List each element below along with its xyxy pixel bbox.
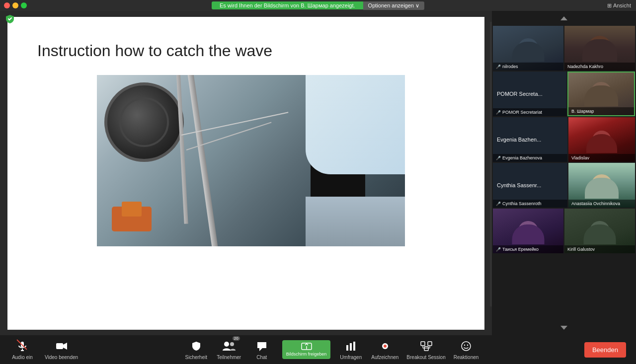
participant-tile-anastasia[interactable]: Anastasiia Ovchinnikova xyxy=(568,163,635,208)
mic-muted-icon: 🎤 xyxy=(496,65,501,69)
reactions-button[interactable]: Reaktionen xyxy=(454,339,479,360)
chat-button[interactable]: Chat xyxy=(249,339,274,360)
mic-muted-icon: 🎤 xyxy=(496,110,501,115)
svg-rect-17 xyxy=(428,342,432,346)
polls-icon xyxy=(344,339,358,353)
participants-button[interactable]: 20 Teilnehmer xyxy=(217,339,241,360)
slide-container: Instruction how to catch the wave xyxy=(7,17,484,330)
participant-tile-vladislav[interactable]: Vladislav xyxy=(568,117,635,162)
toolbar: Audio ein Video beenden Sicherheit xyxy=(0,335,636,364)
participants-label: Teilnehmer xyxy=(217,355,241,360)
close-button[interactable] xyxy=(4,2,10,8)
mic-muted-icon: 🎤 xyxy=(496,156,501,160)
svg-rect-13 xyxy=(353,342,355,351)
microphone-icon xyxy=(15,339,29,353)
slide-title: Instruction how to catch the wave xyxy=(37,42,455,60)
name-text: Kirill Galustov xyxy=(567,247,595,252)
svg-rect-11 xyxy=(346,345,348,351)
video-label: Video beenden xyxy=(45,355,78,360)
svg-point-15 xyxy=(384,345,387,348)
svg-rect-16 xyxy=(421,342,425,346)
participant-name-pomor: 🎤 POMOR Secretariat xyxy=(493,108,566,116)
audio-label: Audio ein xyxy=(12,355,33,360)
participant-tile-cynthia[interactable]: Cynthia Sassenr... 🎤 Cynthia Sassenroth xyxy=(493,163,567,208)
scroll-up-button[interactable] xyxy=(492,11,636,26)
participant-tile-evgenia[interactable]: Evgenia Bazhen... 🎤 Evgenia Bazhenova xyxy=(493,117,567,162)
camera-icon xyxy=(55,339,69,353)
share-label: Bildschirm freigeben xyxy=(286,352,327,357)
svg-rect-12 xyxy=(350,343,352,351)
svg-point-23 xyxy=(462,342,471,351)
end-meeting-button[interactable]: Beenden xyxy=(584,342,626,358)
toolbar-left: Audio ein Video beenden xyxy=(10,339,78,360)
toolbar-right: Beenden xyxy=(584,342,626,358)
participant-grid: 🎤 nilrodes Nadezhda Kakhro POMOR Secret xyxy=(492,26,636,320)
mic-muted-icon: 🎤 xyxy=(496,202,501,206)
participant-tile-nadezhda[interactable]: Nadezhda Kakhro xyxy=(564,26,635,71)
name-text: Anastasiia Ovchinnikova xyxy=(571,201,620,206)
participant-row-2: POMOR Secreta... 🎤 POMOR Secretariat В. … xyxy=(493,72,635,116)
participant-name-cynthia: 🎤 Cynthia Sassenroth xyxy=(493,200,567,208)
participants-icon: 20 xyxy=(222,339,236,353)
security-button[interactable]: Sicherheit xyxy=(184,339,209,360)
polls-button[interactable]: Umfragen xyxy=(338,339,363,360)
participant-tile-sharma[interactable]: В. Шармар xyxy=(567,72,635,116)
share-screen-button[interactable]: Bildschirm freigeben xyxy=(282,340,331,359)
name-text: nilrodes xyxy=(502,64,518,69)
participant-row-5: 🎤 Таисья Еремейко Kirill Galustov xyxy=(493,209,635,253)
svg-rect-5 xyxy=(56,343,63,349)
breakout-icon xyxy=(419,339,433,353)
mic-muted-icon: 🎤 xyxy=(496,247,501,252)
maximize-button[interactable] xyxy=(21,2,27,8)
participant-sidebar: 🎤 nilrodes Nadezhda Kakhro POMOR Secret xyxy=(492,11,636,335)
svg-point-7 xyxy=(224,342,229,347)
participant-name-sharma: В. Шармар xyxy=(568,107,634,115)
security-label: Sicherheit xyxy=(185,355,207,360)
main-layout: Instruction how to catch the wave xyxy=(0,11,636,335)
name-text: POMOR Secretariat xyxy=(502,110,542,115)
participant-row-1: 🎤 nilrodes Nadezhda Kakhro xyxy=(493,26,635,71)
svg-point-24 xyxy=(464,345,465,346)
toolbar-center: Sicherheit 20 Teilnehmer Chat xyxy=(184,339,479,360)
svg-point-8 xyxy=(230,342,234,346)
record-button[interactable]: Aufzeichnen xyxy=(371,339,398,360)
shield-icon xyxy=(5,14,15,24)
participant-name-evgenia: 🎤 Evgenia Bazhenova xyxy=(493,154,567,162)
svg-point-25 xyxy=(467,345,468,346)
name-text: Vladislav xyxy=(571,155,589,160)
participant-name-nadezhda: Nadezhda Kakhro xyxy=(564,63,635,71)
participant-name-anastasia: Anastasiia Ovchinnikova xyxy=(568,200,635,208)
security-indicator xyxy=(5,14,15,26)
options-button[interactable]: Optionen anzeigen ∨ xyxy=(363,1,424,10)
chat-label: Chat xyxy=(256,355,267,360)
security-icon xyxy=(189,339,203,353)
name-text: Таисья Еремейко xyxy=(502,247,539,252)
video-button[interactable]: Video beenden xyxy=(45,339,78,360)
participant-tile-nilrodes[interactable]: 🎤 nilrodes xyxy=(493,26,563,71)
reactions-icon xyxy=(459,339,473,353)
titlebar: Es wird Ihnen der Bildschirm von В. Шарм… xyxy=(0,0,636,11)
name-text: В. Шармар xyxy=(571,109,594,114)
minimize-button[interactable] xyxy=(12,2,18,8)
svg-marker-0 xyxy=(560,16,567,20)
name-text: Nadezhda Kakhro xyxy=(567,64,603,69)
breakout-label: Breakout Session xyxy=(406,355,445,360)
participant-tile-kirill[interactable]: Kirill Galustov xyxy=(564,209,635,253)
reactions-label: Reaktionen xyxy=(454,355,479,360)
window-controls[interactable] xyxy=(4,2,27,8)
record-icon xyxy=(378,339,392,353)
participant-name-nilrodes: 🎤 nilrodes xyxy=(493,63,563,71)
slide-image xyxy=(97,75,405,246)
audio-button[interactable]: Audio ein xyxy=(10,339,35,360)
presentation-area: Instruction how to catch the wave xyxy=(0,11,492,335)
view-button[interactable]: ⊞ Ansicht xyxy=(607,2,631,9)
participant-name-taisya: 🎤 Таисья Еремейко xyxy=(493,245,563,253)
participant-tile-pomor[interactable]: POMOR Secreta... 🎤 POMOR Secretariat xyxy=(493,72,566,116)
breakout-button[interactable]: Breakout Session xyxy=(406,339,445,360)
participant-count: 20 xyxy=(233,336,240,341)
record-label: Aufzeichnen xyxy=(371,355,398,360)
participant-tile-taisya[interactable]: 🎤 Таисья Еремейко xyxy=(493,209,563,253)
sharing-status-text: Es wird Ihnen der Bildschirm von В. Шарм… xyxy=(212,1,363,9)
scroll-down-button[interactable] xyxy=(492,320,636,335)
name-text: Evgenia Bazhenova xyxy=(502,155,542,160)
